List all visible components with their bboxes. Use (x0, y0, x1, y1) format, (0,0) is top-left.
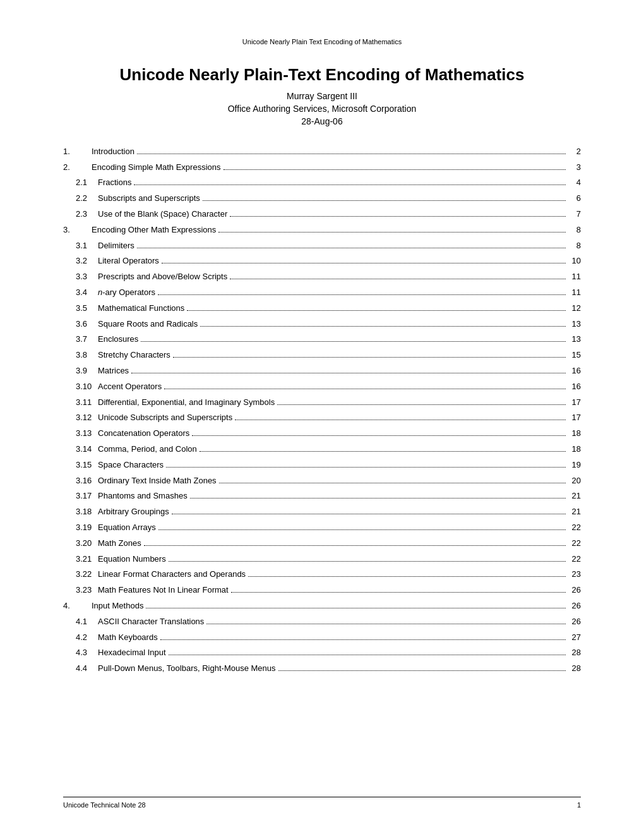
toc-number: 3.12 (63, 411, 98, 425)
toc-label: Equation Arrays (98, 521, 156, 535)
toc-entry: 3.16Ordinary Text Inside Math Zones20 (63, 474, 581, 488)
toc-entry: 3.2Literal Operators10 (63, 255, 581, 268)
document-org: Office Authoring Services, Microsoft Cor… (63, 104, 581, 114)
toc-label: Introduction (92, 145, 134, 159)
toc-number: 3.4 (63, 286, 98, 299)
document-author: Murray Sargent III (63, 91, 581, 101)
toc-dots (160, 639, 566, 640)
toc-label: Prescripts and Above/Below Scripts (98, 270, 227, 284)
toc-page: 15 (568, 349, 581, 362)
toc-label: Differential, Exponential, and Imaginary… (98, 396, 275, 409)
toc-dots (162, 263, 566, 263)
footer-right: 1 (577, 801, 581, 809)
toc-dots (206, 624, 566, 624)
toc-label: Pull-Down Menus, Toolbars, Right-Mouse M… (98, 662, 276, 675)
toc-label: ASCII Character Translations (98, 615, 204, 629)
toc-dots (230, 216, 566, 217)
toc-entry: 3.23Math Features Not In Linear Format26 (63, 584, 581, 597)
toc-label: Math Keyboards (98, 631, 158, 644)
footer-left: Unicode Technical Note 28 (63, 801, 146, 809)
toc-number: 2. (63, 161, 92, 174)
toc-entry: 3.Encoding Other Math Expressions8 (63, 224, 581, 237)
toc-page: 21 (568, 505, 581, 519)
toc-number: 3.6 (63, 318, 98, 331)
toc-label: Linear Format Characters and Operands (98, 568, 246, 581)
toc-number: 4.4 (63, 662, 98, 675)
toc-page: 28 (568, 646, 581, 660)
toc-dots (169, 655, 566, 655)
toc-page: 10 (568, 255, 581, 268)
toc-page: 17 (568, 411, 581, 425)
toc-number: 3.3 (63, 270, 98, 284)
toc-page: 16 (568, 380, 581, 394)
toc-page: 28 (568, 662, 581, 675)
toc-dots (190, 498, 566, 499)
toc-label: Ordinary Text Inside Math Zones (98, 474, 217, 488)
toc-label: Arbitrary Groupings (98, 505, 169, 519)
toc-number: 3.19 (63, 521, 98, 535)
toc-entry: 3.14Comma, Period, and Colon18 (63, 443, 581, 456)
toc-dots (219, 483, 566, 483)
toc-dots (187, 310, 566, 311)
toc-number: 3.18 (63, 505, 98, 519)
toc-entry: 2.Encoding Simple Math Expressions3 (63, 161, 581, 174)
toc-dots (144, 545, 566, 546)
toc-label: Delimiters (98, 239, 134, 253)
toc-number: 3.17 (63, 490, 98, 503)
toc-number: 3.7 (63, 333, 98, 346)
toc-number: 3. (63, 224, 92, 237)
toc-dots (158, 294, 566, 295)
toc-entry: 4.1ASCII Character Translations26 (63, 615, 581, 629)
toc-entry: 2.1Fractions4 (63, 176, 581, 190)
document-date: 28-Aug-06 (63, 116, 581, 126)
toc-entry: 3.1Delimiters8 (63, 239, 581, 253)
toc-entry: 3.4n-ary Operators11 (63, 286, 581, 299)
toc-number: 3.13 (63, 427, 98, 440)
toc-dots (235, 420, 566, 420)
toc-entry: 4.4Pull-Down Menus, Toolbars, Right-Mous… (63, 662, 581, 675)
toc-number: 2.3 (63, 208, 98, 221)
toc-number: 3.14 (63, 443, 98, 456)
toc-dots (248, 576, 566, 577)
toc-entry: 3.11Differential, Exponential, and Imagi… (63, 396, 581, 409)
toc-dots (231, 592, 566, 593)
toc-page: 13 (568, 318, 581, 331)
toc-page: 12 (568, 302, 581, 315)
toc-page: 4 (568, 176, 581, 190)
toc-label: Concatenation Operators (98, 427, 189, 440)
toc-dots (200, 326, 566, 327)
toc-dots (137, 248, 566, 248)
toc-dots (230, 279, 566, 279)
toc-entry: 3.13Concatenation Operators18 (63, 427, 581, 440)
toc-number: 3.2 (63, 255, 98, 268)
document-title: Unicode Nearly Plain-Text Encoding of Ma… (63, 64, 581, 86)
toc-entry: 3.17Phantoms and Smashes21 (63, 490, 581, 503)
toc-entry: 3.5Mathematical Functions12 (63, 302, 581, 315)
toc-entry: 1.Introduction2 (63, 145, 581, 159)
toc-entry: 3.20Math Zones22 (63, 537, 581, 550)
toc-number: 4.1 (63, 615, 98, 629)
toc-number: 3.21 (63, 553, 98, 566)
toc-page: 26 (568, 600, 581, 613)
toc-dots (203, 200, 566, 201)
toc-page: 23 (568, 568, 581, 581)
toc-page: 27 (568, 631, 581, 644)
toc-page: 22 (568, 521, 581, 535)
toc-entry: 3.19Equation Arrays22 (63, 521, 581, 535)
toc-entry: 3.8Stretchy Characters15 (63, 349, 581, 362)
toc-number: 2.2 (63, 192, 98, 205)
toc-dots (164, 389, 566, 389)
toc-dots (141, 341, 566, 342)
toc-dots (158, 529, 566, 530)
toc-label: Fractions (98, 176, 131, 190)
toc-label: Phantoms and Smashes (98, 490, 188, 503)
toc-page: 7 (568, 208, 581, 221)
toc-page: 20 (568, 474, 581, 488)
toc-dots (278, 670, 566, 671)
toc-number: 3.8 (63, 349, 98, 362)
toc-page: 3 (568, 161, 581, 174)
toc-number: 4. (63, 600, 92, 613)
toc-number: 3.15 (63, 459, 98, 472)
toc-entry: 3.10Accent Operators16 (63, 380, 581, 394)
toc-dots (277, 404, 566, 405)
